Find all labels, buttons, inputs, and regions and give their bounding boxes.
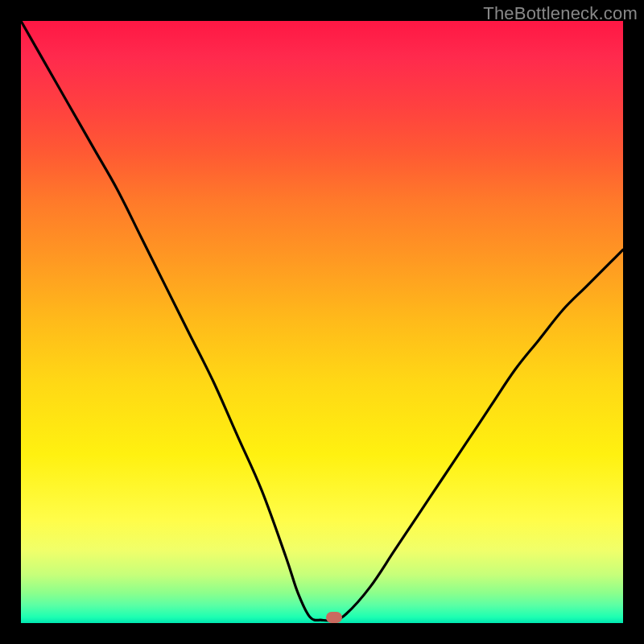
plot-area xyxy=(21,21,623,623)
chart-frame: TheBottleneck.com xyxy=(0,0,644,644)
bottleneck-curve xyxy=(21,21,623,623)
optimal-marker xyxy=(326,612,342,623)
